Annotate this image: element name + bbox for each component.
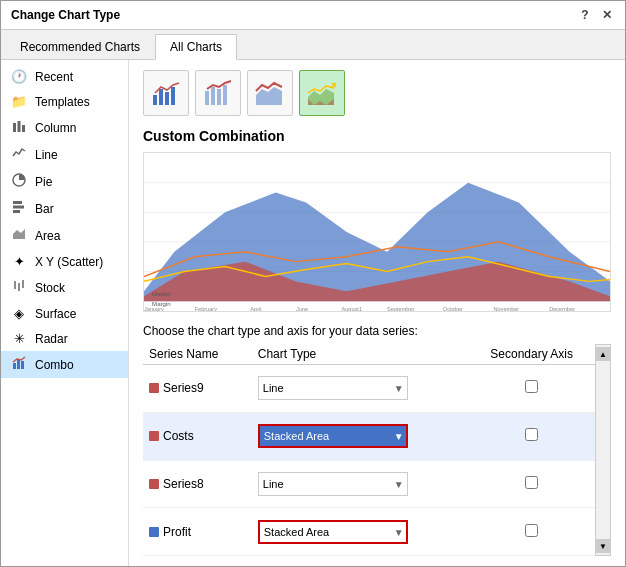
chart-type-cell: Line Stacked Area ▼	[252, 365, 469, 413]
sidebar-item-templates[interactable]: 📁 Templates	[1, 89, 128, 114]
bar-icon	[11, 200, 27, 217]
table-scrollbar[interactable]: ▲ ▼	[595, 344, 611, 556]
secondary-axis-checkbox-series8[interactable]	[525, 476, 538, 489]
scroll-down-btn[interactable]: ▼	[596, 539, 610, 553]
sidebar-item-pie[interactable]: Pie	[1, 168, 128, 195]
svg-text:October: October	[443, 306, 463, 311]
sidebar-label-combo: Combo	[35, 358, 74, 372]
table-row: Series8 Line Stacked Area ▼	[143, 460, 595, 508]
secondary-axis-cell-costs	[468, 412, 595, 460]
table-row: Series9 Line Stacked Area ▼	[143, 365, 595, 413]
sidebar-item-xy[interactable]: ✦ X Y (Scatter)	[1, 249, 128, 274]
sidebar-label-templates: Templates	[35, 95, 90, 109]
sidebar-item-stock[interactable]: Stock	[1, 274, 128, 301]
series-name-label-profit: Profit	[163, 525, 191, 539]
line-icon	[11, 146, 27, 163]
tabs-row: Recommended Charts All Charts	[1, 30, 625, 60]
svg-text:January: January	[144, 306, 164, 311]
sidebar-item-line[interactable]: Line	[1, 141, 128, 168]
svg-rect-5	[13, 206, 24, 209]
close-button[interactable]: ✕	[599, 7, 615, 23]
series-color-indicator-costs	[149, 431, 159, 441]
tab-all-charts[interactable]: All Charts	[155, 34, 237, 60]
sidebar-label-line: Line	[35, 148, 58, 162]
sidebar: 🕐 Recent 📁 Templates Column	[1, 60, 129, 566]
chart-type-cell-series8: Line Stacked Area ▼	[252, 460, 469, 508]
svg-text:September: September	[387, 306, 414, 311]
svg-rect-12	[17, 360, 20, 369]
radar-icon: ✳	[11, 331, 27, 346]
sidebar-item-surface[interactable]: ◈ Surface	[1, 301, 128, 326]
chart-preview: Market Margin January February April Jun…	[143, 152, 611, 312]
svg-rect-19	[211, 87, 215, 105]
chart-title: Custom Combination	[143, 128, 611, 144]
title-bar: Change Chart Type ? ✕	[1, 1, 625, 30]
svg-rect-21	[223, 85, 227, 105]
series-name-cell-costs: Costs	[143, 412, 252, 460]
svg-text:Market: Market	[152, 291, 171, 297]
stock-icon	[11, 279, 27, 296]
sidebar-item-recent[interactable]: 🕐 Recent	[1, 64, 128, 89]
svg-rect-6	[13, 210, 20, 213]
pie-icon	[11, 173, 27, 190]
series-color-indicator-series8	[149, 479, 159, 489]
svg-rect-1	[18, 121, 21, 132]
secondary-axis-checkbox-costs[interactable]	[525, 428, 538, 441]
svg-marker-22	[256, 87, 282, 105]
title-bar-controls: ? ✕	[577, 7, 615, 23]
series-name-label-series8: Series8	[163, 477, 204, 491]
table-row: Costs Stacked Area Line ▼	[143, 412, 595, 460]
tab-recommended-charts[interactable]: Recommended Charts	[5, 34, 155, 59]
sidebar-label-area: Area	[35, 229, 60, 243]
sidebar-label-column: Column	[35, 121, 76, 135]
secondary-axis-checkbox-profit[interactable]	[525, 524, 538, 537]
series-name-cell-series8: Series8	[143, 460, 252, 508]
chart-type-dropdown-wrapper-series9: Line Stacked Area ▼	[258, 376, 408, 400]
area-icon	[11, 227, 27, 244]
secondary-axis-checkbox-series9[interactable]	[525, 380, 538, 393]
sidebar-item-column[interactable]: Column	[1, 114, 128, 141]
chart-type-cell-profit: Stacked Area Line ▼	[252, 508, 469, 556]
svg-rect-11	[13, 363, 16, 369]
sidebar-label-bar: Bar	[35, 202, 54, 216]
sidebar-item-area[interactable]: Area	[1, 222, 128, 249]
col-header-charttype: Chart Type	[252, 344, 469, 365]
series-name-label: Series9	[163, 381, 204, 395]
chart-type-cell-costs: Stacked Area Line ▼	[252, 412, 469, 460]
series-name-cell-profit: Profit	[143, 508, 252, 556]
combo-type-2[interactable]	[195, 70, 241, 116]
recent-icon: 🕐	[11, 69, 27, 84]
change-chart-type-dialog: Change Chart Type ? ✕ Recommended Charts…	[0, 0, 626, 567]
series-table-wrapper: Series Name Chart Type Secondary Axis Se…	[143, 344, 611, 556]
combo-icon	[11, 356, 27, 373]
sidebar-item-combo[interactable]: Combo	[1, 351, 128, 378]
chart-icons-row	[143, 70, 611, 116]
series-name-cell: Series9	[143, 365, 252, 413]
svg-rect-13	[21, 361, 24, 369]
col-header-secondary: Secondary Axis	[468, 344, 595, 365]
help-button[interactable]: ?	[577, 7, 593, 23]
series-color-indicator	[149, 383, 159, 393]
combo-type-1[interactable]	[143, 70, 189, 116]
chart-type-select-profit[interactable]: Stacked Area Line	[258, 520, 408, 544]
chart-type-select-series9[interactable]: Line Stacked Area	[258, 376, 408, 400]
combo-type-custom[interactable]	[299, 70, 345, 116]
chart-type-select-series8[interactable]: Line Stacked Area	[258, 472, 408, 496]
chart-type-select-costs[interactable]: Stacked Area Line	[258, 424, 408, 448]
sidebar-label-stock: Stock	[35, 281, 65, 295]
scroll-up-btn[interactable]: ▲	[596, 347, 610, 361]
svg-text:August1: August1	[342, 306, 362, 311]
svg-rect-17	[171, 87, 175, 105]
surface-icon: ◈	[11, 306, 27, 321]
sidebar-label-xy: X Y (Scatter)	[35, 255, 103, 269]
combo-type-3[interactable]	[247, 70, 293, 116]
sidebar-label-surface: Surface	[35, 307, 76, 321]
chart-type-dropdown-wrapper-profit: Stacked Area Line ▼	[258, 520, 408, 544]
svg-text:June: June	[296, 306, 308, 311]
chart-type-dropdown-wrapper-series8: Line Stacked Area ▼	[258, 472, 408, 496]
chart-type-dropdown-wrapper-costs: Stacked Area Line ▼	[258, 424, 408, 448]
sidebar-item-bar[interactable]: Bar	[1, 195, 128, 222]
col-header-series: Series Name	[143, 344, 252, 365]
svg-rect-0	[13, 123, 16, 132]
sidebar-item-radar[interactable]: ✳ Radar	[1, 326, 128, 351]
